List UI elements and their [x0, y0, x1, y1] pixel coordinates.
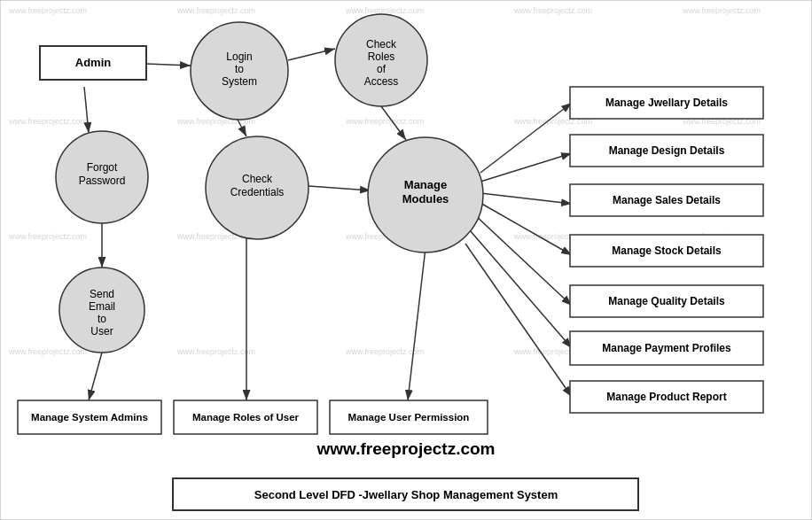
watermark-8: www.freeprojectz.com [345, 117, 424, 126]
watermark-16: www.freeprojectz.com [8, 347, 87, 356]
checkcred-label1: Check [242, 173, 273, 185]
admin-label: Admin [75, 56, 112, 69]
manage-jwellary-label: Manage Jwellary Details [605, 97, 728, 109]
checkroles-label3: of [377, 63, 386, 75]
watermark-1: www.freeprojectz.com [8, 6, 87, 15]
footer-title-text: Second Level DFD -Jwellary Shop Manageme… [254, 488, 558, 501]
watermark-5: www.freeprojectz.com [682, 6, 761, 15]
footer-url: www.freeprojectz.com [316, 439, 496, 458]
watermark-4: www.freeprojectz.com [513, 6, 592, 15]
login-label1: Login [226, 50, 252, 63]
managemodules-label1: Manage [404, 178, 447, 191]
manage-product-label: Manage Product Report [606, 391, 726, 403]
manage-sys-admins-label: Manage System Admins [31, 412, 148, 423]
sendemail-label2: Email [89, 300, 115, 313]
manage-sales-label: Manage Sales Details [613, 194, 721, 206]
managemodules-label2: Modules [402, 192, 449, 206]
login-label3: System [222, 75, 257, 88]
manage-roles-label: Manage Roles of User [192, 412, 300, 423]
watermark-2: www.freeprojectz.com [176, 6, 255, 15]
checkroles-label4: Access [364, 75, 399, 88]
diagram-svg: www.freeprojectz.com www.freeprojectz.co… [0, 0, 812, 520]
forgotpw-label1: Forgot [87, 161, 118, 174]
manage-design-label: Manage Design Details [609, 144, 725, 157]
checkroles-label2: Roles [368, 50, 395, 63]
watermark-11: www.freeprojectz.com [8, 232, 87, 241]
watermark-17: www.freeprojectz.com [176, 347, 255, 356]
login-label2: to [235, 63, 244, 75]
forgotpw-label2: Password [79, 175, 126, 187]
sendemail-label4: User [90, 325, 113, 338]
diagram-container: www.freeprojectz.com www.freeprojectz.co… [0, 0, 812, 520]
sendemail-label3: to [98, 313, 106, 325]
checkcred-label2: Credentials [230, 186, 285, 198]
manage-quality-label: Manage Quality Details [608, 295, 725, 307]
sendemail-label1: Send [90, 288, 114, 300]
manage-payment-label: Manage Payment Profiles [602, 342, 731, 354]
manage-user-perm-label: Manage User Permission [348, 412, 470, 423]
manage-stock-label: Manage Stock Details [612, 244, 722, 257]
checkroles-label1: Check [366, 38, 397, 50]
watermark-18: www.freeprojectz.com [345, 347, 424, 356]
watermark-6: www.freeprojectz.com [8, 117, 87, 126]
